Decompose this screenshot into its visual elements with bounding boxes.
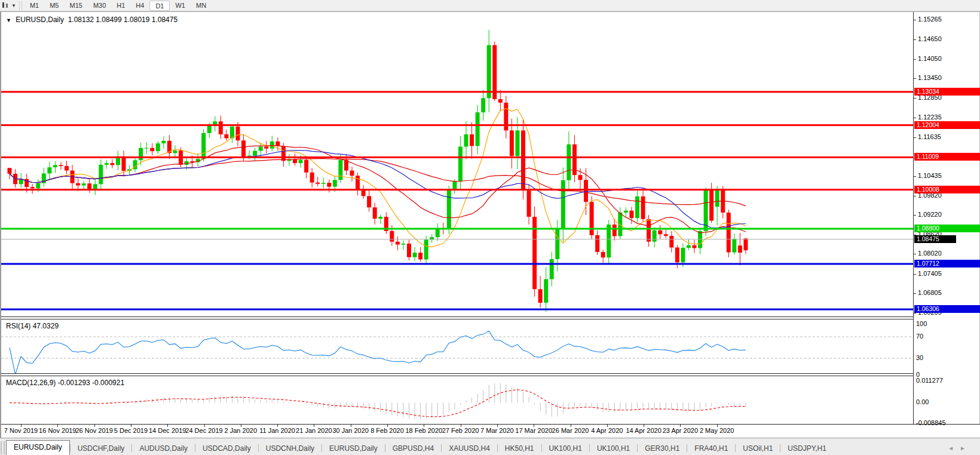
date-label: 16 Nov 2019 <box>39 427 76 434</box>
date-label: 26 Nov 2019 <box>75 427 112 434</box>
rsi-axis-label: 30 <box>916 354 923 361</box>
rsi-axis-label: 70 <box>916 333 923 340</box>
date-label: 7 Nov 2019 <box>4 427 38 434</box>
macd-panel[interactable] <box>1 376 913 424</box>
tabbar-grip[interactable] <box>1 441 5 454</box>
timeframe-buttons: M1M5M15M30H1H4D1W1MN <box>24 1 212 11</box>
price-tick-label: 1.15265 <box>918 16 942 23</box>
date-label: 24 Dec 2019 <box>185 427 222 434</box>
chevron-down-icon[interactable]: ▼ <box>11 3 16 8</box>
price-tick <box>914 59 916 60</box>
price-tick <box>914 137 916 138</box>
tab-uk100-h1[interactable]: UK100,H1 <box>542 442 589 455</box>
price-tick-label: 1.08020 <box>918 250 942 257</box>
scroll-right-icon[interactable]: ► <box>960 445 972 451</box>
tab-eurusd-daily[interactable]: EURUSD,Daily <box>6 440 70 455</box>
chart-title: ▼ EURUSD,Daily 1.08132 1.08499 1.08019 1… <box>6 16 177 24</box>
tab-fra40-h1[interactable]: FRA40,H1 <box>687 442 735 455</box>
price-tick <box>914 274 916 275</box>
macd-axis-label: 0.011277 <box>916 377 943 384</box>
date-label: 18 Feb 2020 <box>405 427 442 434</box>
price-tick <box>914 98 916 99</box>
ohlc-values: 1.08132 1.08499 1.08019 1.08475 <box>68 16 178 24</box>
timeframe-m1[interactable]: M1 <box>24 1 44 11</box>
tab-usdcnh-daily[interactable]: USDCNH,Daily <box>259 442 321 455</box>
price-tick <box>914 254 916 254</box>
date-label: 14 Dec 2019 <box>149 427 186 434</box>
date-label: 17 Mar 2020 <box>515 427 552 434</box>
date-label: 23 Apr 2020 <box>663 427 698 434</box>
date-label: 5 Dec 2019 <box>114 427 148 434</box>
price-tick <box>914 176 916 177</box>
toolbar: ▼ M1M5M15M30H1H4D1W1MN <box>0 0 980 11</box>
tab-hk50-h1[interactable]: HK50,H1 <box>498 442 541 455</box>
price-tick-label: 1.10435 <box>918 172 942 179</box>
price-tick <box>914 39 916 40</box>
rsi-axis-label: 100 <box>916 320 927 327</box>
timeframe-d1[interactable]: D1 <box>149 1 170 11</box>
hline-price-label: 1.08800 <box>914 225 980 232</box>
date-label: 7 Mar 2020 <box>480 427 514 434</box>
date-label: 27 Feb 2020 <box>442 427 479 434</box>
date-label: 2 Jan 2020 <box>225 427 257 434</box>
price-tick-label: 1.11635 <box>918 133 941 140</box>
rsi-panel[interactable] <box>1 319 913 373</box>
tab-gbpusd-h4[interactable]: GBPUSD,H4 <box>385 442 441 455</box>
date-label: 14 Apr 2020 <box>626 427 661 434</box>
hline-price-label: 1.12004 <box>914 121 980 129</box>
price-tick-label: 1.07405 <box>918 270 942 277</box>
price-tick <box>914 196 916 196</box>
tab-uk100-h1[interactable]: UK100,H1 <box>590 442 637 455</box>
timeframe-w1[interactable]: W1 <box>170 1 191 11</box>
timeframe-h4[interactable]: H4 <box>130 1 149 11</box>
date-label: 11 Jan 2020 <box>259 427 295 434</box>
hline-price-label: 1.10008 <box>914 186 980 193</box>
price-tick-label: 1.14650 <box>918 35 942 42</box>
timeframe-m30[interactable]: M30 <box>88 1 111 11</box>
price-chart-panel[interactable] <box>1 13 913 316</box>
tab-usoil-h1[interactable]: USOil,H1 <box>736 442 780 455</box>
date-label: 26 Mar 2020 <box>552 427 589 434</box>
rsi-header: RSI(14) 47.0329 <box>6 322 59 330</box>
tab-ger30-h1[interactable]: GER30,H1 <box>638 442 687 455</box>
price-tick <box>914 20 916 20</box>
tab-scroll-arrows: ◄► <box>948 445 972 451</box>
price-tick-label: 1.13450 <box>918 74 942 81</box>
candlestick-chart-icon[interactable] <box>1 1 10 10</box>
price-tick-label: 1.12235 <box>918 113 942 121</box>
tab-usdchf-daily[interactable]: USDCHF,Daily <box>71 442 132 455</box>
timeframe-m5[interactable]: M5 <box>44 1 64 11</box>
tab-usdcad-daily[interactable]: USDCAD,Daily <box>195 442 258 455</box>
price-tick <box>914 293 916 294</box>
price-tick <box>914 215 916 216</box>
price-tick <box>914 78 916 79</box>
time-axis[interactable]: 7 Nov 201916 Nov 201926 Nov 20195 Dec 20… <box>1 424 980 438</box>
date-label: 30 Jan 2020 <box>332 427 369 434</box>
tab-eurusd-daily[interactable]: EURUSD,Daily <box>322 442 385 455</box>
tabs: EURUSD,DailyUSDCHF,DailyAUDUSD,DailyUSDC… <box>6 440 834 455</box>
date-label: 21 Jan 2020 <box>296 427 332 434</box>
tab-usdjpy-h1[interactable]: USDJPY,H1 <box>780 442 833 455</box>
date-label: 4 Apr 2020 <box>591 427 623 434</box>
toolbar-grip[interactable] <box>19 1 22 10</box>
collapse-caret-icon[interactable]: ▼ <box>6 17 11 23</box>
tab-audusd-daily[interactable]: AUDUSD,Daily <box>132 442 195 455</box>
price-tick-label: 1.06805 <box>918 289 942 296</box>
timeframe-h1[interactable]: H1 <box>111 1 130 11</box>
price-axis-divider <box>913 12 914 425</box>
scroll-left-icon[interactable]: ◄ <box>948 445 960 451</box>
chart-tab-bar: EURUSD,DailyUSDCHF,DailyAUDUSD,DailyUSDC… <box>0 438 980 455</box>
hline-price-label: 1.06306 <box>914 305 980 313</box>
price-tick <box>914 118 916 118</box>
price-tick-label: 1.09220 <box>918 211 942 218</box>
hline-price-label: 1.13034 <box>914 88 980 96</box>
chart-window: ▼ EURUSD,Daily 1.08132 1.08499 1.08019 1… <box>0 11 980 438</box>
macd-axis-label: -0.008845 <box>916 419 946 426</box>
timeframe-mn[interactable]: MN <box>191 1 212 11</box>
hline-price-label: 1.11009 <box>914 153 980 161</box>
tab-xauusd-h4[interactable]: XAUUSD,H4 <box>442 442 497 455</box>
macd-axis-label: 0.00 <box>916 398 929 405</box>
timeframe-m15[interactable]: M15 <box>64 1 87 11</box>
date-label: 2 May 2020 <box>700 427 734 434</box>
current-price-label: 1.08475 <box>914 235 956 243</box>
